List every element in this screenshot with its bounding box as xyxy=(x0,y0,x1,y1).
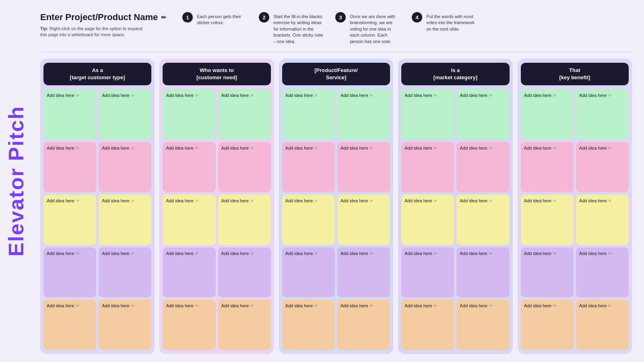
note-label: Add idea here ☞ xyxy=(405,93,438,99)
sticky-note[interactable]: Add idea here ☞ xyxy=(337,247,390,298)
top-section: Enter Project/Product Name ✏ Tip: Right-… xyxy=(40,12,632,45)
step-1: 1 Each person gets their sticker colour. xyxy=(182,12,247,45)
note-label: Add idea here ☞ xyxy=(221,145,254,151)
project-title-text[interactable]: Enter Project/Product Name xyxy=(40,12,158,23)
note-label: Add idea here ☞ xyxy=(166,145,199,151)
step-2: 2 Start the fill-in-the-blanks exercise … xyxy=(259,12,323,45)
tip-text: Tip: Right-click on the page for the opt… xyxy=(40,26,145,38)
sticky-note[interactable]: Add idea here ☞ xyxy=(282,89,335,140)
sticky-note[interactable]: Add idea here ☞ xyxy=(282,142,335,192)
note-label: Add idea here ☞ xyxy=(166,93,199,99)
sticky-note[interactable]: Add idea here ☞ xyxy=(99,89,151,140)
sticky-note[interactable]: Add idea here ☞ xyxy=(99,300,151,350)
sticky-note[interactable]: Add idea here ☞ xyxy=(218,142,271,192)
note-label: Add idea here ☞ xyxy=(341,251,374,257)
sticky-note[interactable]: Add idea here ☞ xyxy=(163,195,215,245)
col-5-row-3: Add idea here ☞ Add idea here ☞ xyxy=(521,195,629,245)
sticky-note[interactable]: Add idea here ☞ xyxy=(99,142,151,192)
step-3-number: 3 xyxy=(335,12,346,23)
sticky-note[interactable]: Add idea here ☞ xyxy=(576,142,629,192)
note-label: Add idea here ☞ xyxy=(47,303,80,309)
sticky-note[interactable]: Add idea here ☞ xyxy=(521,89,574,140)
sticky-note[interactable]: Add idea here ☞ xyxy=(218,89,271,140)
columns-container: As a[target customer type] Add idea here… xyxy=(40,59,632,354)
sticky-note[interactable]: Add idea here ☞ xyxy=(218,195,271,245)
note-label: Add idea here ☞ xyxy=(221,93,254,99)
sticky-note[interactable]: Add idea here ☞ xyxy=(401,300,454,350)
sticky-note[interactable]: Add idea here ☞ xyxy=(521,195,574,245)
sticky-note[interactable]: Add idea here ☞ xyxy=(43,89,96,140)
note-label: Add idea here ☞ xyxy=(460,303,493,309)
note-label: Add idea here ☞ xyxy=(524,251,557,257)
sticky-note[interactable]: Add idea here ☞ xyxy=(456,300,509,350)
col-3-row-5: Add idea here ☞ Add idea here ☞ xyxy=(282,300,390,350)
sticky-note[interactable]: Add idea here ☞ xyxy=(43,300,96,350)
note-label: Add idea here ☞ xyxy=(47,251,80,257)
col-3-row-2: Add idea here ☞ Add idea here ☞ xyxy=(282,142,390,192)
steps-section: 1 Each person gets their sticker colour.… xyxy=(182,12,632,45)
sticky-note[interactable]: Add idea here ☞ xyxy=(576,247,629,298)
edit-icon[interactable]: ✏ xyxy=(161,14,166,21)
col-2-row-3: Add idea here ☞ Add idea here ☞ xyxy=(163,195,270,245)
note-label: Add idea here ☞ xyxy=(102,251,135,257)
sticky-note[interactable]: Add idea here ☞ xyxy=(43,195,96,245)
note-label: Add idea here ☞ xyxy=(579,198,612,204)
note-label: Add idea here ☞ xyxy=(285,303,318,309)
sticky-note[interactable]: Add idea here ☞ xyxy=(99,195,151,245)
tip-content: Right-click on the page for the option t… xyxy=(40,26,142,37)
sticky-note[interactable]: Add idea here ☞ xyxy=(401,142,454,192)
note-label: Add idea here ☞ xyxy=(221,303,254,309)
col-1-row-2: Add idea here ☞ Add idea here ☞ xyxy=(43,142,151,192)
sticky-note[interactable]: Add idea here ☞ xyxy=(456,247,509,298)
sticky-note[interactable]: Add idea here ☞ xyxy=(456,195,509,245)
note-label: Add idea here ☞ xyxy=(460,145,493,151)
step-1-number: 1 xyxy=(182,12,193,23)
col-4-row-4: Add idea here ☞ Add idea here ☞ xyxy=(401,247,509,298)
sticky-note[interactable]: Add idea here ☞ xyxy=(456,89,509,140)
note-label: Add idea here ☞ xyxy=(405,251,438,257)
sticky-note[interactable]: Add idea here ☞ xyxy=(337,142,390,192)
col-1-row-1: Add idea here ☞ Add idea here ☞ xyxy=(43,89,151,140)
sticky-note[interactable]: Add idea here ☞ xyxy=(163,142,215,192)
col-1-row-4: Add idea here ☞ Add idea here ☞ xyxy=(43,247,151,298)
sticky-note[interactable]: Add idea here ☞ xyxy=(218,300,271,350)
sticky-note[interactable]: Add idea here ☞ xyxy=(163,247,215,298)
sticky-note[interactable]: Add idea here ☞ xyxy=(163,89,215,140)
sticky-note[interactable]: Add idea here ☞ xyxy=(337,89,390,140)
step-4-number: 4 xyxy=(412,12,422,23)
sticky-note[interactable]: Add idea here ☞ xyxy=(521,247,574,298)
sticky-note[interactable]: Add idea here ☞ xyxy=(43,142,96,192)
sticky-note[interactable]: Add idea here ☞ xyxy=(282,300,335,350)
sticky-note[interactable]: Add idea here ☞ xyxy=(401,247,454,298)
sticky-note[interactable]: Add idea here ☞ xyxy=(99,247,151,298)
step-3: 3 Once we are done with brainstorming, w… xyxy=(335,12,400,45)
col-4-row-2: Add idea here ☞ Add idea here ☞ xyxy=(401,142,509,192)
sticky-note[interactable]: Add idea here ☞ xyxy=(521,142,574,192)
sticky-note[interactable]: Add idea here ☞ xyxy=(576,300,629,350)
sticky-note[interactable]: Add idea here ☞ xyxy=(401,89,454,140)
note-label: Add idea here ☞ xyxy=(221,251,254,257)
note-label: Add idea here ☞ xyxy=(405,198,438,204)
note-label: Add idea here ☞ xyxy=(579,145,612,151)
col-5-row-1: Add idea here ☞ Add idea here ☞ xyxy=(521,89,629,140)
sticky-note[interactable]: Add idea here ☞ xyxy=(282,195,335,245)
divider xyxy=(40,52,632,52)
sticky-note[interactable]: Add idea here ☞ xyxy=(456,142,509,192)
col-2-header: Who wants to[customer need] xyxy=(163,63,270,85)
sticky-note[interactable]: Add idea here ☞ xyxy=(282,247,335,298)
sticky-note[interactable]: Add idea here ☞ xyxy=(218,247,271,298)
sticky-note[interactable]: Add idea here ☞ xyxy=(163,300,215,350)
sticky-note[interactable]: Add idea here ☞ xyxy=(576,195,629,245)
note-label: Add idea here ☞ xyxy=(166,198,199,204)
sticky-note[interactable]: Add idea here ☞ xyxy=(337,195,390,245)
sticky-note[interactable]: Add idea here ☞ xyxy=(43,247,96,298)
column-1: As a[target customer type] Add idea here… xyxy=(40,59,155,354)
sticky-note[interactable]: Add idea here ☞ xyxy=(337,300,390,350)
sticky-note[interactable]: Add idea here ☞ xyxy=(576,89,629,140)
sidebar-title-container: Elevator Pitch xyxy=(0,0,32,362)
col-3-row-4: Add idea here ☞ Add idea here ☞ xyxy=(282,247,390,298)
col-5-header: That[key benefit] xyxy=(521,63,629,85)
column-3: [Product/Feature/Service] Add idea here … xyxy=(279,59,393,354)
sticky-note[interactable]: Add idea here ☞ xyxy=(521,300,574,350)
sticky-note[interactable]: Add idea here ☞ xyxy=(401,195,454,245)
